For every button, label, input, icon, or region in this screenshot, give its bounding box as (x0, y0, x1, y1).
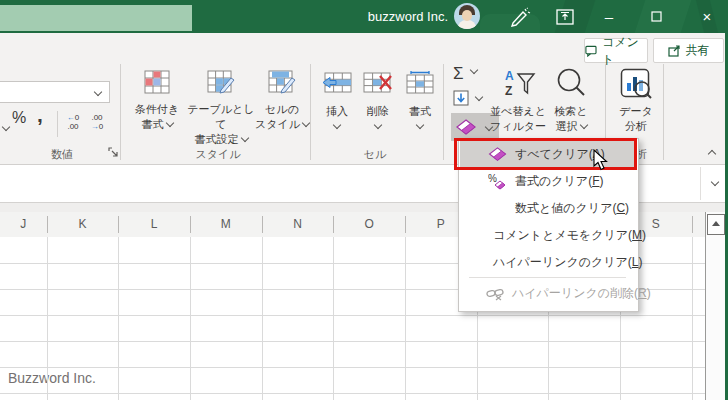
maximize-button[interactable] (651, 11, 662, 22)
grid-line (190, 237, 191, 400)
menu-item-C[interactable]: 数式と値のクリア(C) (460, 195, 635, 222)
minimize-button[interactable]: – (598, 0, 620, 33)
ribbon-display-options-icon[interactable] (556, 9, 574, 25)
collapse-ribbon-icon[interactable] (708, 150, 716, 158)
comments-button[interactable]: コメント (584, 38, 648, 63)
vertical-scrollbar[interactable] (706, 212, 725, 400)
editing-pen-icon[interactable] (509, 7, 531, 27)
percent-eraser-icon: % (488, 173, 506, 191)
grid-line (118, 237, 119, 400)
sigma-icon: Σ (453, 64, 464, 83)
excel-window: buzzword Inc. – × コメント (0, 0, 728, 400)
formula-bar-expand-icon[interactable] (711, 178, 719, 186)
share-button[interactable]: 共有 (653, 38, 724, 63)
comma-style-button[interactable]: , (37, 103, 43, 127)
divider (310, 64, 311, 160)
svg-text:%: % (488, 173, 497, 184)
styles-group-label: スタイル (183, 147, 253, 162)
cells-group-label: セル (340, 147, 410, 162)
format-as-table-icon (207, 70, 235, 94)
grid-line (0, 315, 706, 316)
remove-link-icon (486, 287, 505, 301)
eraser-icon (456, 119, 476, 136)
avatar-face (462, 10, 472, 21)
menu-item-label: 数式と値のクリア(C) (515, 200, 629, 217)
column-header-N[interactable]: N (262, 212, 334, 237)
conditional-formatting-button[interactable]: 条件付き 書式 (127, 64, 187, 164)
grid-line (0, 393, 706, 394)
cell-value: Buzzword Inc. (8, 370, 96, 386)
divider (663, 64, 664, 160)
avatar[interactable] (454, 3, 480, 29)
chevron-down-icon (470, 66, 478, 74)
cell-styles-button[interactable]: セルの スタイル (253, 64, 311, 164)
menu-item-M[interactable]: コメントとメモをクリア(M) (460, 222, 635, 249)
format-cells-icon (406, 69, 434, 94)
data-analysis-icon (620, 68, 652, 100)
chevron-down-icon (475, 93, 483, 101)
decrease-decimal-button[interactable]: .00 →0 (86, 113, 108, 131)
delete-cells-icon (363, 72, 393, 93)
chevron-down-icon (416, 121, 424, 129)
chevron-down-icon (579, 121, 587, 129)
cell-styles-icon (268, 70, 296, 94)
menu-separator (469, 277, 626, 278)
close-button[interactable]: × (696, 0, 718, 33)
chevron-down-icon (240, 134, 248, 142)
menu-item-label: ハイパーリンクのクリア(L) (493, 254, 643, 271)
increase-decimal-button[interactable]: ←0 .00 (62, 113, 84, 131)
scroll-up-button[interactable] (707, 214, 725, 235)
grid-line (47, 237, 48, 400)
account-name: buzzword Inc. (338, 0, 448, 33)
menu-item-label: 書式のクリア(F) (515, 173, 603, 190)
mouse-cursor (593, 149, 609, 171)
divider (700, 167, 701, 200)
remove-hyperlink-icon (486, 287, 505, 301)
insert-cells-icon (322, 72, 352, 93)
percent-style-button[interactable]: % (12, 109, 26, 127)
grid-line (405, 237, 406, 400)
column-header-O[interactable]: O (333, 212, 405, 237)
column-header-J[interactable]: J (0, 212, 47, 237)
column-header-M[interactable]: M (190, 212, 262, 237)
grid-line (0, 341, 706, 342)
fill-down-icon (453, 90, 469, 106)
menu-item-label: ハイパーリンクの削除(R) (512, 285, 651, 302)
arrow-right-icon: → (91, 122, 99, 131)
column-header-L[interactable]: L (118, 212, 190, 237)
share-icon (668, 45, 681, 57)
menu-item-R: ハイパーリンクの削除(R) (460, 280, 635, 307)
divider (443, 64, 444, 160)
column-header-K[interactable]: K (47, 212, 119, 237)
svg-text:A: A (505, 69, 514, 83)
grid-line (692, 237, 693, 400)
menu-item-L[interactable]: ハイパーリンクのクリア(L) (460, 249, 635, 276)
chevron-down-icon[interactable] (2, 123, 10, 131)
chevron-down-icon (374, 121, 382, 129)
arrow-left-icon: ← (67, 113, 75, 122)
comment-bubble-icon (585, 45, 597, 57)
dialog-launcher-icon[interactable] (108, 147, 119, 158)
percent-eraser-icon: % (486, 173, 508, 191)
grid-line (0, 367, 706, 368)
annotation-highlight-box (454, 138, 637, 170)
number-group-label: 数値 (27, 147, 97, 162)
svg-text:Z: Z (505, 84, 512, 98)
column-separator (692, 216, 693, 233)
number-format-dropdown[interactable] (0, 81, 110, 103)
titlebar-highlight-box (0, 5, 192, 31)
share-label: 共有 (686, 42, 710, 59)
chevron-down-icon (94, 88, 102, 96)
divider (57, 111, 58, 137)
search-icon (554, 66, 588, 100)
grid-line (262, 237, 263, 400)
chevron-down-icon (302, 119, 310, 127)
menu-item-label: コメントとメモをクリア(M) (493, 227, 646, 244)
titlebar-pattern (635, 0, 692, 33)
chevron-down-icon (333, 121, 341, 129)
menu-item-F[interactable]: %書式のクリア(F) (460, 168, 635, 195)
grid-line (333, 237, 334, 400)
title-bar: buzzword Inc. – × (0, 0, 728, 33)
conditional-formatting-icon (144, 70, 170, 94)
sort-filter-icon: A Z (500, 68, 536, 98)
